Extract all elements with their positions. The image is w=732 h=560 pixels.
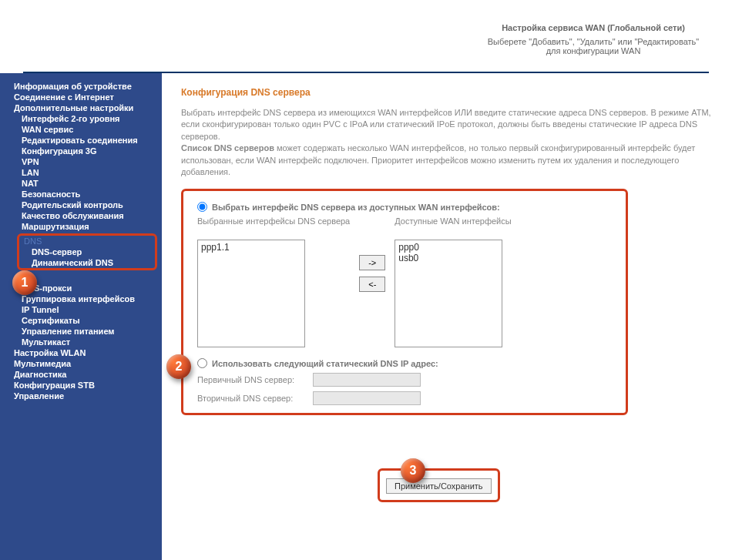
nav-item-5[interactable]: Редактировать соединения: [0, 135, 162, 146]
dns-nav-highlight: DNS DNS-сервер Динамический DNS: [17, 233, 157, 270]
secondary-dns-label: Вторичный DNS сервер:: [197, 394, 313, 403]
nav-item-2[interactable]: Дополнительные настройки: [0, 102, 162, 113]
list-item[interactable]: usb0: [397, 253, 500, 263]
nav-item-13[interactable]: Маршрутизация: [0, 221, 162, 232]
annotation-marker-1: 1: [12, 270, 37, 295]
annotation-marker-3: 3: [401, 458, 425, 483]
radio-static-dns[interactable]: [197, 358, 207, 368]
nav-item-11[interactable]: Родительский контроль: [0, 200, 162, 210]
primary-dns-label: Первичный DNS сервер:: [197, 375, 313, 384]
nav-dynamic-dns[interactable]: Динамический DNS: [19, 257, 155, 268]
nav-item-10[interactable]: Безопасность: [0, 189, 162, 200]
apply-save-button[interactable]: Применить/Сохранить: [386, 478, 492, 494]
nav-item2-7[interactable]: Настройка WLAN: [0, 347, 162, 358]
move-left-button[interactable]: <-: [359, 277, 385, 292]
secondary-dns-input[interactable]: [313, 391, 421, 405]
available-list-label: Доступные WAN интерфейсы: [395, 216, 511, 238]
nav-item-8[interactable]: LAN: [0, 167, 162, 178]
nav-dns-section[interactable]: DNS: [19, 236, 155, 246]
radio-select-interface-label: Выбрать интерфейс DNS сервера из доступн…: [212, 203, 500, 212]
nav-item2-10[interactable]: Конфигурация STB: [0, 380, 162, 391]
nav-item-6[interactable]: Конфигурация 3G: [0, 146, 162, 156]
nav-item2-4[interactable]: Сертификаты: [0, 315, 162, 326]
nav-item2-2[interactable]: Группировка интерфейсов: [0, 293, 162, 304]
sidebar: Информация об устройствеСоединение с Инт…: [0, 73, 162, 560]
nav-item-1[interactable]: Соединение с Интернет: [0, 92, 162, 102]
content-title: Конфигурация DNS сервера: [181, 87, 713, 98]
list-item[interactable]: ppp0: [397, 242, 500, 253]
nav-item-0[interactable]: Информация об устройстве: [0, 81, 162, 92]
primary-dns-input[interactable]: [313, 373, 421, 387]
dns-config-panel: Выбрать интерфейс DNS сервера из доступн…: [181, 189, 628, 415]
nav-dns-server[interactable]: DNS-сервер: [19, 246, 155, 257]
nav-item-12[interactable]: Качество обслуживания: [0, 210, 162, 221]
nav-item-7[interactable]: VPN: [0, 156, 162, 167]
nav-item-4[interactable]: WAN сервис: [0, 124, 162, 135]
move-right-button[interactable]: ->: [359, 255, 385, 270]
nav-item-3[interactable]: Интерфейс 2-го уровня: [0, 113, 162, 124]
header-title: Настройка сервиса WAN (Глобальной сети): [485, 23, 701, 32]
nav-item2-5[interactable]: Управление питанием: [0, 326, 162, 337]
list-item[interactable]: ppp1.1: [200, 242, 303, 253]
nav-item2-8[interactable]: Мультимедиа: [0, 358, 162, 369]
radio-static-dns-label: Использовать следующий статический DNS I…: [212, 359, 438, 368]
page-header: Настройка сервиса WAN (Глобальной сети) …: [0, 0, 732, 73]
available-interfaces-list[interactable]: ppp0usb0: [395, 240, 502, 347]
content-description: Выбрать интерфейс DNS сервера из имеющих…: [181, 107, 713, 178]
selected-interfaces-list[interactable]: ppp1.1: [197, 240, 305, 347]
nav-item2-6[interactable]: Мультикаст: [0, 337, 162, 347]
selected-list-label: Выбранные интерфейсы DNS сервера: [197, 216, 350, 238]
header-subtitle: Выберете "Добавить", "Удалить" или "Реда…: [485, 37, 701, 55]
radio-select-interface[interactable]: [197, 202, 207, 212]
nav-item2-9[interactable]: Диагностика: [0, 369, 162, 380]
apply-highlight: Применить/Сохранить: [378, 468, 500, 502]
annotation-marker-2: 2: [166, 354, 191, 379]
nav-item2-3[interactable]: IP Tunnel: [0, 304, 162, 315]
nav-item2-11[interactable]: Управление: [0, 391, 162, 401]
nav-item-9[interactable]: NAT: [0, 178, 162, 189]
